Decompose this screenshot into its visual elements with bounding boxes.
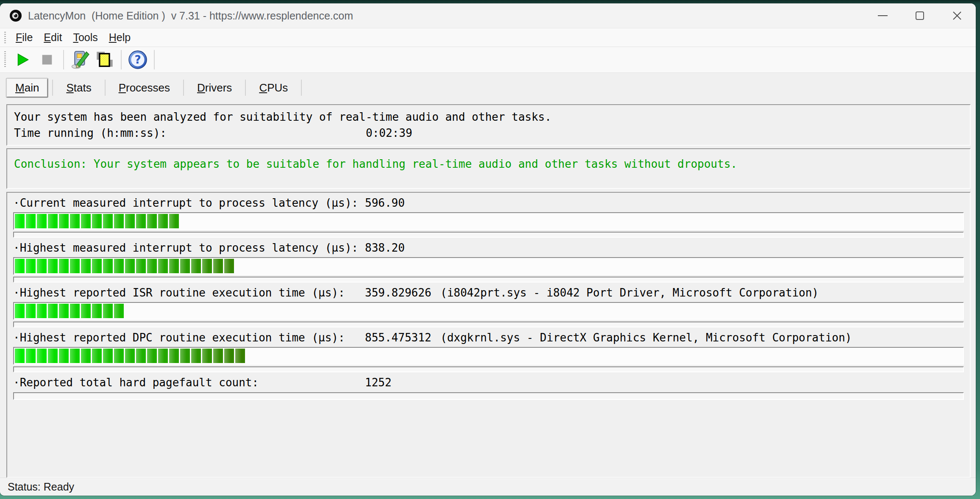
progress-segment bbox=[213, 259, 223, 273]
copy-report-button[interactable] bbox=[92, 48, 117, 71]
progress-segment bbox=[70, 349, 80, 363]
progress-segment bbox=[136, 259, 146, 273]
play-icon bbox=[15, 52, 30, 67]
progress-segment bbox=[103, 214, 113, 228]
metric-value: 855.475312 bbox=[365, 332, 440, 344]
minimize-button[interactable] bbox=[864, 3, 901, 28]
progress-segment bbox=[37, 214, 47, 228]
progress-segment bbox=[103, 259, 113, 273]
progress-segments bbox=[15, 304, 962, 318]
progress-segment bbox=[37, 259, 47, 273]
tab-separator bbox=[52, 80, 53, 96]
secondary-progress-bar bbox=[13, 277, 964, 283]
progress-segment bbox=[169, 214, 179, 228]
tab-bar: Main Stats Processes Drivers CPUs bbox=[0, 77, 976, 98]
tab-separator bbox=[301, 80, 302, 96]
menu-edit[interactable]: Edit bbox=[38, 31, 67, 44]
latency-progress-bar bbox=[13, 302, 964, 320]
progress-segment bbox=[59, 304, 69, 318]
latency-progress-bar bbox=[13, 212, 964, 230]
minimize-icon bbox=[878, 15, 888, 16]
progress-segment bbox=[125, 259, 135, 273]
progress-segment bbox=[81, 259, 91, 273]
maximize-button[interactable] bbox=[901, 3, 938, 28]
tab-cpus[interactable]: CPUs bbox=[250, 78, 297, 97]
progress-segment bbox=[81, 214, 91, 228]
options-button[interactable] bbox=[68, 48, 92, 71]
progress-segment bbox=[26, 304, 36, 318]
progress-segment bbox=[37, 304, 47, 318]
progress-segment bbox=[92, 214, 102, 228]
progress-segment bbox=[147, 259, 157, 273]
progress-segment bbox=[92, 349, 102, 363]
progress-segment bbox=[147, 214, 157, 228]
toolbar-separator bbox=[121, 50, 122, 69]
toolbar: ? bbox=[0, 47, 976, 73]
toolbar-separator bbox=[154, 50, 155, 69]
progress-segment bbox=[70, 259, 80, 273]
progress-segment bbox=[224, 259, 234, 273]
progress-segment bbox=[92, 304, 102, 318]
progress-segment bbox=[136, 214, 146, 228]
metric-label: ·Highest reported DPC routine execution … bbox=[13, 332, 365, 344]
close-button[interactable] bbox=[938, 3, 976, 28]
progress-segment bbox=[180, 259, 190, 273]
secondary-progress-bar bbox=[13, 392, 964, 400]
status-bar: Status: Ready bbox=[0, 478, 976, 496]
metric-row: ·Highest measured interrupt to process l… bbox=[13, 238, 964, 283]
progress-segment bbox=[48, 214, 58, 228]
tab-stats[interactable]: Stats bbox=[57, 78, 100, 97]
metric-label: ·Highest measured interrupt to process l… bbox=[13, 242, 365, 254]
metric-row: ·Highest reported DPC routine execution … bbox=[13, 327, 964, 372]
progress-segment bbox=[92, 259, 102, 273]
progress-segment bbox=[103, 349, 113, 363]
progress-segment bbox=[48, 259, 58, 273]
progress-segment bbox=[169, 349, 179, 363]
progress-segment bbox=[114, 349, 124, 363]
tab-separator bbox=[105, 80, 106, 96]
progress-segment bbox=[15, 259, 25, 273]
start-monitoring-button[interactable] bbox=[10, 48, 35, 71]
stop-monitoring-button[interactable] bbox=[35, 48, 59, 71]
latency-progress-bar bbox=[13, 347, 964, 365]
progress-segment bbox=[147, 349, 157, 363]
toolbar-grip[interactable] bbox=[4, 51, 6, 68]
progress-segment bbox=[114, 214, 124, 228]
metric-row: ·Current measured interrupt to process l… bbox=[13, 193, 964, 238]
progress-segment bbox=[191, 259, 201, 273]
titlebar: LatencyMon (Home Edition ) v 7.31 - http… bbox=[0, 3, 976, 28]
menu-file[interactable]: File bbox=[10, 31, 38, 44]
progress-segment bbox=[202, 349, 212, 363]
maximize-icon bbox=[916, 11, 924, 20]
status-text: Status: Ready bbox=[8, 481, 74, 493]
help-icon: ? bbox=[128, 50, 148, 69]
tab-processes[interactable]: Processes bbox=[110, 78, 179, 97]
copy-stack-icon bbox=[95, 50, 114, 69]
help-button[interactable]: ? bbox=[125, 48, 150, 71]
secondary-progress-bar bbox=[13, 232, 964, 238]
tab-separator bbox=[245, 80, 246, 96]
analysis-headline: Your system has been analyzed for suitab… bbox=[14, 109, 970, 125]
metric-driver-info: (dxgkrnl.sys - DirectX Graphics Kernel, … bbox=[440, 332, 852, 344]
progress-segment bbox=[158, 214, 168, 228]
progress-segment bbox=[37, 349, 47, 363]
monitor-tool-icon bbox=[70, 50, 90, 69]
tab-main[interactable]: Main bbox=[6, 78, 48, 97]
menu-tools[interactable]: Tools bbox=[67, 31, 103, 44]
progress-segment bbox=[15, 214, 25, 228]
metric-value: 596.90 bbox=[365, 197, 440, 209]
metric-label: ·Reported total hard pagefault count: bbox=[13, 377, 365, 388]
metric-value: 359.829626 bbox=[365, 287, 440, 299]
menu-help[interactable]: Help bbox=[103, 31, 136, 44]
progress-segment bbox=[136, 349, 146, 363]
menubar-grip[interactable] bbox=[4, 32, 6, 44]
progress-segment bbox=[70, 304, 80, 318]
progress-segment bbox=[114, 259, 124, 273]
progress-segment bbox=[169, 259, 179, 273]
close-icon bbox=[952, 11, 962, 21]
app-icon bbox=[9, 9, 22, 22]
app-window: LatencyMon (Home Edition ) v 7.31 - http… bbox=[0, 3, 976, 496]
progress-segment bbox=[26, 214, 36, 228]
tab-drivers[interactable]: Drivers bbox=[188, 78, 241, 97]
metric-label: ·Highest reported ISR routine execution … bbox=[13, 287, 365, 299]
